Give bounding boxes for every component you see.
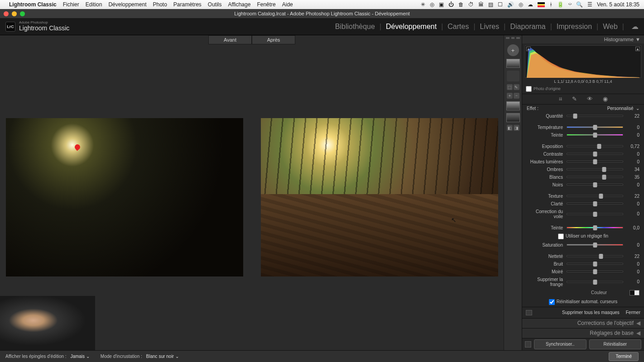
flag-icon[interactable]	[538, 2, 545, 7]
module-book[interactable]: Livres	[480, 23, 500, 31]
status-icon[interactable]: ◎	[430, 1, 434, 8]
fine-tune-check[interactable]: Utiliser un réglage fin	[522, 232, 644, 241]
slider-exposition[interactable]: Exposition 0,72	[522, 143, 644, 150]
slider-noirs[interactable]: Noirs 0	[522, 181, 644, 189]
slider-bruit[interactable]: Bruit 0	[522, 260, 644, 268]
mask-thumb[interactable]	[506, 101, 520, 110]
tab-after[interactable]: Après	[252, 35, 295, 44]
histogram[interactable]: ▲ ▲	[525, 45, 641, 77]
slider-handle[interactable]	[593, 125, 597, 130]
slider-handle[interactable]	[593, 262, 597, 267]
mask-thumb[interactable]	[506, 59, 520, 68]
cloud-sync-icon[interactable]: ☁︎	[631, 22, 639, 31]
module-library[interactable]: Bibliothèque	[335, 23, 375, 31]
control-center-icon[interactable]: ☰	[587, 1, 592, 8]
slider-handle[interactable]	[593, 182, 597, 187]
slider-handle[interactable]	[593, 212, 597, 217]
slider-blancs[interactable]: Blancs 35	[522, 173, 644, 181]
wifi-icon[interactable]: ⌔	[568, 1, 572, 8]
pins-option[interactable]: Afficher les épingles d'édition : Jamais…	[5, 354, 90, 359]
menu-item[interactable]: Développement	[108, 1, 146, 8]
mask-opt-icon[interactable]: ⬚	[507, 84, 513, 90]
slider-track[interactable]	[567, 195, 623, 197]
brush-tool-icon[interactable]: ✎	[572, 95, 577, 102]
slider-track[interactable]	[567, 203, 623, 205]
slider-track[interactable]	[567, 126, 623, 128]
slider-track[interactable]	[567, 263, 623, 265]
crop-tool-icon[interactable]: ⌗	[559, 95, 562, 103]
menu-item[interactable]: Edition	[86, 1, 102, 8]
module-slideshow[interactable]: Diaporama	[510, 23, 545, 31]
slider-track[interactable]	[567, 271, 623, 272]
mask-add-icon[interactable]: ＋	[507, 93, 513, 99]
mask-subtract-icon[interactable]: －	[514, 93, 519, 99]
bluetooth-icon[interactable]: ᚼ	[549, 1, 553, 8]
sync-button[interactable]: Synchroniser..	[534, 339, 586, 349]
slider-handle[interactable]	[599, 254, 603, 259]
overlay-option[interactable]: Mode d'incrustation : Blanc sur noir ⌄	[101, 354, 179, 359]
slider-quantit-[interactable]: Quantité 22	[522, 112, 644, 120]
reset-button[interactable]: Réinitialiser	[589, 339, 642, 349]
slider-handle[interactable]	[593, 269, 597, 274]
menu-item[interactable]: Outils	[208, 1, 222, 8]
status-icon[interactable]: ☐	[498, 1, 503, 8]
delete-all-masks[interactable]: Supprimer tous les masques	[562, 310, 620, 315]
slider-saturation[interactable]: Saturation 0	[522, 241, 644, 249]
slider-handle[interactable]	[573, 114, 577, 119]
slider-nettet-[interactable]: Netteté 22	[522, 252, 644, 260]
status-icon[interactable]: 🗑	[458, 1, 464, 8]
slider-handle[interactable]	[593, 243, 597, 248]
status-icon[interactable]: ◎	[519, 1, 523, 8]
status-icon[interactable]: ⏻	[448, 1, 454, 8]
slider-handle[interactable]	[593, 159, 597, 164]
mask-thumb[interactable]	[506, 113, 520, 122]
module-print[interactable]: Impression	[557, 23, 592, 31]
menubar-clock[interactable]: Ven. 5 août 18:35	[597, 1, 639, 8]
slider-handle[interactable]	[597, 144, 601, 149]
effect-preset-row[interactable]: Effet : Personnalisé ⌄	[522, 105, 644, 112]
slider-teinte[interactable]: Teinte 0,0	[522, 224, 644, 232]
slider-handle[interactable]	[599, 194, 603, 199]
slider-handle[interactable]	[593, 280, 597, 285]
menu-item[interactable]: Aide	[282, 1, 293, 8]
slider-handle[interactable]	[602, 175, 606, 180]
panel-basic[interactable]: Réglages de base◀	[522, 328, 644, 338]
slider-ombres[interactable]: Ombres 34	[522, 166, 644, 173]
after-pane[interactable]: ↖	[255, 44, 504, 350]
eye-tool-icon[interactable]: 👁	[587, 95, 593, 102]
slider-track[interactable]	[567, 153, 623, 155]
slider-clart-[interactable]: Clarté 0	[522, 200, 644, 208]
module-web[interactable]: Web	[603, 23, 618, 31]
slider-track[interactable]	[567, 145, 623, 147]
slider-handle[interactable]	[593, 133, 597, 138]
slider-correction-du-voile[interactable]: Correction du voile 0	[522, 208, 644, 220]
color-swatch[interactable]	[630, 290, 639, 295]
mask-view-icon[interactable]: ◨	[514, 125, 519, 131]
close-masks[interactable]: Fermer	[626, 310, 640, 315]
search-icon[interactable]: 🔍	[576, 1, 583, 8]
slider-handle[interactable]	[593, 201, 597, 206]
slider-texture[interactable]: Texture 22	[522, 192, 644, 200]
slider-moir-[interactable]: Moiré 0	[522, 268, 644, 276]
menu-item[interactable]: Affichage	[228, 1, 251, 8]
menu-item[interactable]: Paramètres	[173, 1, 202, 8]
slider-track[interactable]	[567, 255, 623, 257]
slider-supprimer-la-frange[interactable]: Supprimer la frange 0	[522, 276, 644, 288]
status-icon[interactable]: 🏛	[478, 1, 484, 8]
slider-contraste[interactable]: Contraste 0	[522, 150, 644, 158]
auto-reset-check[interactable]: Réinitialiser automat. curseurs	[522, 297, 644, 307]
status-icon[interactable]: ☁︎	[528, 1, 533, 8]
slider-track[interactable]	[567, 213, 623, 215]
slider-temp-rature[interactable]: Température 0	[522, 124, 644, 131]
status-icon[interactable]: ⏱	[468, 1, 474, 8]
traffic-lights[interactable]	[4, 11, 25, 16]
volume-icon[interactable]: 🔊	[507, 1, 514, 8]
mask-thumb-placeholder[interactable]	[507, 71, 519, 81]
color-row[interactable]: Couleur	[522, 288, 644, 297]
slider-track[interactable]	[567, 281, 623, 283]
slider-track[interactable]	[567, 161, 623, 162]
menu-item[interactable]: Photo	[153, 1, 167, 8]
histogram-header[interactable]: Histogramme▼	[522, 35, 644, 43]
status-icon[interactable]: ▤	[488, 1, 493, 8]
mask-view-icon[interactable]: ◧	[507, 125, 513, 131]
